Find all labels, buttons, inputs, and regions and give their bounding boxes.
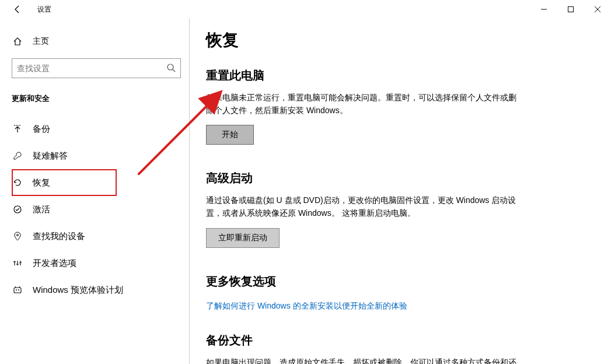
recovery-icon: [12, 178, 23, 187]
close-button[interactable]: [584, 0, 611, 19]
reset-pc-heading: 重置此电脑: [206, 68, 592, 83]
sidebar-item-label: Windows 预览体验计划: [33, 285, 123, 296]
button-label: 开始: [222, 130, 238, 140]
back-button[interactable]: [8, 0, 27, 19]
sidebar: 主页 更新和安全 备份 疑难解答: [0, 19, 190, 364]
sidebar-item-insider[interactable]: Windows 预览体验计划: [12, 276, 184, 303]
advanced-startup-desc: 通过设备或磁盘(如 U 盘或 DVD)启动，更改你的电脑固件设置，更改 Wind…: [206, 194, 521, 219]
activation-icon: [12, 205, 23, 214]
sidebar-item-developers[interactable]: 开发者选项: [12, 250, 184, 276]
content-area: 恢复 重置此电脑 如果电脑未正常运行，重置电脑可能会解决问题。重置时，可以选择保…: [190, 19, 611, 364]
sidebar-item-findmydevice[interactable]: 查找我的设备: [12, 223, 184, 250]
sidebar-item-activation[interactable]: 激活: [12, 196, 184, 223]
svg-rect-4: [14, 288, 21, 293]
window-title: 设置: [37, 5, 51, 15]
sidebar-item-label: 疑难解答: [33, 150, 68, 162]
svg-point-6: [18, 289, 19, 290]
reset-start-button[interactable]: 开始: [206, 125, 254, 145]
reset-pc-desc: 如果电脑未正常运行，重置电脑可能会解决问题。重置时，可以选择保留个人文件或删除个…: [206, 92, 521, 117]
backup-icon: [12, 124, 23, 134]
titlebar: 设置: [0, 0, 611, 19]
troubleshoot-icon: [12, 151, 23, 160]
minimize-button[interactable]: [530, 0, 557, 19]
sidebar-item-label: 恢复: [33, 177, 50, 188]
backup-files-desc: 如果电脑出现问题，造成原始文件丢失、损坏或被删除，你可以通过多种方式备份和还原文…: [206, 356, 521, 364]
svg-point-2: [14, 206, 21, 213]
svg-point-5: [16, 289, 17, 290]
sidebar-item-recovery[interactable]: 恢复: [12, 169, 117, 196]
search-input-wrap[interactable]: [12, 58, 181, 78]
sidebar-item-label: 查找我的设备: [33, 231, 85, 242]
developers-icon: [12, 258, 23, 268]
svg-point-3: [17, 235, 19, 236]
sidebar-item-troubleshoot[interactable]: 疑难解答: [12, 142, 184, 169]
svg-point-1: [167, 64, 173, 70]
restart-now-button[interactable]: 立即重新启动: [206, 228, 280, 248]
findmydevice-icon: [12, 232, 23, 241]
insider-icon: [12, 285, 23, 295]
search-input[interactable]: [17, 64, 166, 73]
sidebar-home-label: 主页: [33, 36, 49, 47]
svg-rect-0: [568, 7, 574, 12]
sidebar-item-backup[interactable]: 备份: [12, 116, 184, 142]
button-label: 立即重新启动: [218, 233, 267, 243]
sidebar-home[interactable]: 主页: [12, 28, 184, 55]
more-recovery-heading: 更多恢复选项: [206, 274, 592, 289]
sidebar-item-label: 激活: [33, 204, 50, 215]
search-icon: [166, 63, 176, 74]
sidebar-item-label: 备份: [33, 124, 50, 135]
sidebar-section-title: 更新和安全: [12, 93, 184, 104]
fresh-install-link[interactable]: 了解如何进行 Windows 的全新安装以便开始全新的体验: [206, 301, 407, 312]
advanced-startup-heading: 高级启动: [206, 170, 592, 186]
window-controls: [530, 0, 611, 19]
home-icon: [12, 37, 23, 46]
page-title: 恢复: [206, 29, 592, 51]
sidebar-item-label: 开发者选项: [33, 258, 76, 269]
maximize-button[interactable]: [557, 0, 584, 19]
backup-files-heading: 备份文件: [206, 332, 592, 348]
